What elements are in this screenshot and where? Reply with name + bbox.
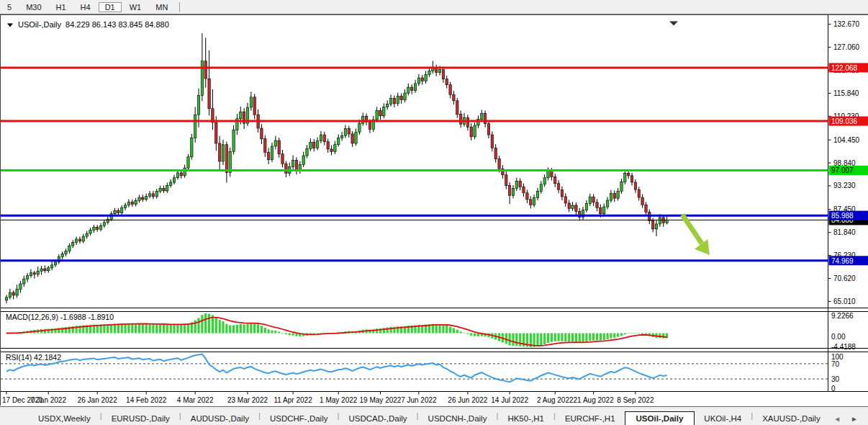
tab-hk50-h1[interactable]: HK50-,H1 [498, 412, 553, 425]
svg-text:0: 0 [831, 385, 836, 393]
svg-text:4 Mar 2022: 4 Mar 2022 [177, 396, 214, 404]
tab-eurusd-daily[interactable]: EURUSD-,Daily [102, 412, 179, 425]
timeframe-button-m30[interactable]: M30 [19, 2, 48, 12]
macd-axis: 9.22660.00-4.4188 [831, 312, 856, 351]
svg-text:8 Sep 2022: 8 Sep 2022 [617, 396, 654, 404]
chart-frame [1, 15, 868, 392]
svg-text:0.00: 0.00 [831, 333, 846, 341]
svg-text:98.840: 98.840 [833, 159, 856, 167]
svg-text:122.068: 122.068 [831, 64, 858, 72]
chart-title: USOil-,Daily 84.229 86.143 83.845 84.880 [18, 20, 169, 29]
svg-text:93.230: 93.230 [833, 182, 856, 189]
tab-scroll-left-icon[interactable]: ◄ [833, 415, 841, 423]
level-price-label: 122.068 [829, 63, 868, 72]
timeframe-button-5[interactable]: 5 [1, 2, 18, 12]
svg-text:2 Aug 2022: 2 Aug 2022 [537, 396, 574, 404]
svg-text:74.969: 74.969 [831, 257, 854, 265]
macd-label: MACD(12,26,9) -1.6988 -1.8910 [6, 313, 114, 321]
rsi-label: RSI(14) 42.1842 [6, 353, 61, 362]
title-dropdown-icon[interactable] [7, 24, 13, 27]
svg-text:109.036: 109.036 [831, 117, 858, 125]
tab-scroll-right-icon[interactable]: ► [851, 415, 858, 423]
svg-text:127.060: 127.060 [833, 43, 860, 51]
chart-window[interactable]: 132.670127.060121.450115.840110.230104.4… [0, 14, 868, 406]
mt4-terminal: { "toolbar": { "timeframes": [ {"label":… [0, 0, 868, 425]
symbol-tab-bar: USDX,Weekly|EURUSD-,Daily|AUDUSD-,Daily|… [0, 406, 868, 425]
tab-xauusd-daily[interactable]: XAUUSD-,Daily [753, 412, 830, 425]
tab-eurchf-h1[interactable]: EURCHF-,H1 [556, 412, 625, 425]
tab-usdcnh-daily[interactable]: USDCNH-,Daily [419, 412, 497, 425]
trend-arrow-annotation[interactable] [682, 215, 710, 255]
date-axis[interactable]: 17 Dec 20217 Jan 202226 Jan 202214 Feb 2… [2, 392, 654, 404]
svg-text:26 Jan 2022: 26 Jan 2022 [78, 396, 117, 404]
svg-text:85.988: 85.988 [831, 212, 854, 220]
macd-signal-line [6, 318, 667, 346]
svg-text:14 Feb 2022: 14 Feb 2022 [126, 396, 167, 404]
tab-usdchf-daily[interactable]: USDCHF-,Daily [261, 412, 338, 425]
svg-text:132.670: 132.670 [833, 20, 860, 28]
svg-text:11 Apr 2022: 11 Apr 2022 [274, 396, 313, 404]
svg-text:115.840: 115.840 [833, 89, 859, 97]
svg-text:70.620: 70.620 [833, 274, 856, 282]
timeframe-button-h1[interactable]: H1 [50, 2, 73, 12]
tab-usdx-weekly[interactable]: USDX,Weekly [29, 412, 100, 425]
svg-text:23 Mar 2022: 23 Mar 2022 [227, 396, 268, 404]
tab-usoil-daily[interactable]: USOil-,Daily [625, 411, 695, 425]
timeframe-button-w1[interactable]: W1 [123, 2, 148, 12]
svg-text:70: 70 [831, 360, 840, 368]
chart-shift-marker-icon[interactable] [669, 22, 678, 26]
svg-text:7 Jan 2022: 7 Jan 2022 [31, 396, 67, 404]
rsi-axis: 10070300 [831, 353, 844, 393]
candlestick-series [5, 33, 668, 303]
timeframe-toolbar: 5M30H1H4D1W1MN [0, 0, 868, 14]
svg-text:1 May 2022: 1 May 2022 [320, 396, 358, 404]
svg-text:-4.4188: -4.4188 [831, 343, 856, 351]
chart-symbol: USOil-,Daily [18, 20, 61, 29]
tab-ukoil-h4[interactable]: UKOil-,H4 [695, 412, 751, 425]
svg-text:9.2266: 9.2266 [831, 312, 854, 320]
level-price-label: 74.969 [829, 256, 868, 265]
rsi-line [6, 354, 667, 382]
toolbar-separator [179, 2, 180, 12]
svg-text:21 Aug 2022: 21 Aug 2022 [574, 396, 615, 404]
svg-text:30: 30 [831, 375, 840, 383]
svg-text:97.007: 97.007 [831, 166, 854, 174]
svg-text:14 Jul 2022: 14 Jul 2022 [491, 396, 528, 404]
tab-usdcad-daily[interactable]: USDCAD-,Daily [339, 412, 416, 425]
svg-text:19 May 2022: 19 May 2022 [360, 396, 402, 404]
chart-ohlc-values: 84.229 86.143 83.845 84.880 [65, 20, 169, 29]
chart-canvas[interactable]: 132.670127.060121.450115.840110.230104.4… [1, 15, 868, 410]
level-price-label: 109.036 [829, 117, 868, 126]
svg-text:81.840: 81.840 [833, 228, 856, 236]
timeframe-button-d1[interactable]: D1 [99, 2, 122, 12]
timeframe-button-mn[interactable]: MN [149, 2, 174, 12]
tab-audusd-daily[interactable]: AUDUSD-,Daily [181, 412, 258, 425]
svg-text:26 Jun 2022: 26 Jun 2022 [448, 396, 487, 404]
level-price-label: 97.007 [829, 166, 868, 175]
svg-text:7 Jun 2022: 7 Jun 2022 [401, 396, 437, 404]
timeframe-button-h4[interactable]: H4 [74, 2, 97, 12]
svg-text:104.450: 104.450 [833, 136, 860, 144]
level-price-label: 85.988 [829, 211, 868, 220]
svg-text:65.010: 65.010 [833, 298, 856, 305]
